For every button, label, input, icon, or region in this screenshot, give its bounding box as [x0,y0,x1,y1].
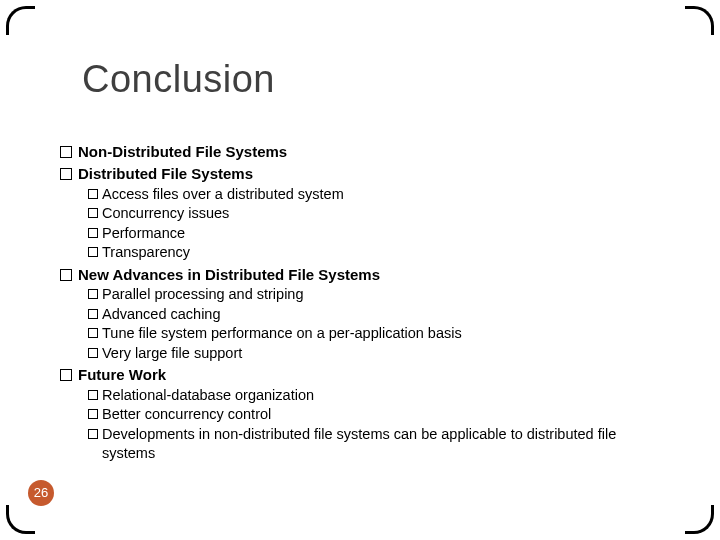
bullet-level2: Better concurrency control [88,405,660,425]
bullet-text: Distributed File Systems [78,165,253,182]
bullet-text: Tune file system performance on a per-ap… [102,325,462,341]
bullet-level1: Future Work [60,365,660,385]
bullet-level1: Distributed File Systems [60,164,660,184]
bullet-box-icon [88,189,98,199]
bullet-box-icon [88,429,98,439]
slide-body: Non-Distributed File Systems Distributed… [60,140,660,464]
bullet-text: Relational-database organization [102,387,314,403]
bullet-box-icon [88,208,98,218]
page-number-badge: 26 [28,480,54,506]
bullet-box-icon [88,228,98,238]
bullet-box-icon [88,390,98,400]
bullet-box-icon [88,247,98,257]
bullet-level2: Developments in non-distributed file sys… [88,425,660,464]
bullet-level2: Access files over a distributed system [88,185,660,205]
bullet-level2: Relational-database organization [88,386,660,406]
bullet-level2: Very large file support [88,344,660,364]
bullet-box-icon [88,289,98,299]
sub-bullet-group: Access files over a distributed system C… [88,185,660,263]
bullet-level2: Concurrency issues [88,204,660,224]
bullet-text: Very large file support [102,345,242,361]
bullet-level2: Tune file system performance on a per-ap… [88,324,660,344]
bullet-text: Access files over a distributed system [102,186,344,202]
bullet-text: Better concurrency control [102,406,271,422]
bullet-level1: Non-Distributed File Systems [60,142,660,162]
sub-bullet-group: Relational-database organization Better … [88,386,660,464]
bullet-text: Non-Distributed File Systems [78,143,287,160]
bullet-text: Parallel processing and striping [102,286,304,302]
corner-decoration [6,6,35,35]
bullet-level1: New Advances in Distributed File Systems [60,265,660,285]
bullet-level2: Transparency [88,243,660,263]
sub-bullet-group: Parallel processing and striping Advance… [88,285,660,363]
bullet-box-icon [88,309,98,319]
bullet-box-icon [60,269,72,281]
corner-decoration [685,6,714,35]
slide: Conclusion Non-Distributed File Systems … [0,0,720,540]
bullet-text: Performance [102,225,185,241]
bullet-text: New Advances in Distributed File Systems [78,266,380,283]
bullet-text: Developments in non-distributed file sys… [102,426,616,462]
bullet-text: Future Work [78,366,166,383]
bullet-text: Concurrency issues [102,205,229,221]
bullet-level2: Performance [88,224,660,244]
bullet-box-icon [60,168,72,180]
slide-title: Conclusion [82,58,275,101]
bullet-level2: Parallel processing and striping [88,285,660,305]
bullet-box-icon [60,369,72,381]
corner-decoration [685,505,714,534]
bullet-text: Advanced caching [102,306,221,322]
bullet-box-icon [88,409,98,419]
corner-decoration [6,505,35,534]
bullet-box-icon [88,348,98,358]
bullet-box-icon [60,146,72,158]
bullet-level2: Advanced caching [88,305,660,325]
bullet-box-icon [88,328,98,338]
bullet-text: Transparency [102,244,190,260]
